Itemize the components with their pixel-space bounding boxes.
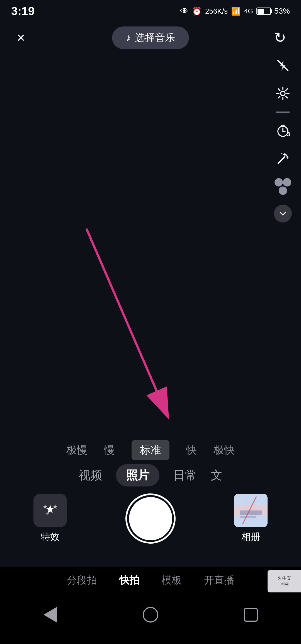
speed-item-very-slow[interactable]: 极慢	[66, 443, 88, 457]
tab-template[interactable]: 模板	[162, 573, 182, 587]
nav-home-button[interactable]	[139, 604, 162, 626]
effects-button[interactable]: 特效	[0, 494, 100, 543]
music-select-button[interactable]: ♪ 选择音乐	[112, 26, 189, 49]
divider	[276, 112, 290, 113]
svg-rect-15	[240, 516, 256, 518]
back-icon	[43, 607, 57, 623]
eye-icon: 👁	[180, 6, 189, 16]
flash-icon[interactable]	[273, 56, 293, 75]
timer-icon[interactable]: 3	[273, 121, 293, 141]
speed-item-normal[interactable]: 标准	[132, 440, 169, 460]
svg-line-10	[86, 229, 167, 415]
mode-selector: 视频 照片 日常 文	[0, 464, 301, 486]
refresh-button[interactable]: ↻	[270, 28, 290, 47]
battery-icon	[256, 8, 271, 15]
arrow-overlay	[0, 0, 301, 644]
close-button[interactable]: ×	[11, 28, 31, 47]
speed-selector: 极慢 慢 标准 快 极快	[0, 440, 301, 460]
music-icon: ♪	[126, 32, 131, 43]
svg-rect-14	[240, 510, 262, 515]
speed-item-very-fast[interactable]: 极快	[213, 443, 235, 457]
magic-wand-icon[interactable]	[273, 149, 293, 168]
top-toolbar: × ♪ 选择音乐 ↻	[0, 22, 301, 53]
album-button[interactable]: 相册	[201, 494, 301, 543]
bottom-tab-bar: 分段拍 快拍 模板 开直播	[0, 567, 301, 594]
shutter-button[interactable]	[100, 493, 201, 544]
effects-icon	[33, 494, 67, 527]
chevron-down-button[interactable]	[274, 205, 292, 222]
nav-back-button[interactable]	[39, 604, 61, 626]
battery-percent: 53%	[274, 7, 290, 16]
svg-line-6	[278, 157, 285, 163]
settings-icon[interactable]	[273, 84, 293, 103]
timer-sub-label: 3	[287, 131, 290, 138]
nav-recent-button[interactable]	[240, 604, 262, 626]
watermark-line2: 卓网	[280, 581, 289, 587]
album-label: 相册	[241, 531, 260, 543]
status-time: 3:19	[11, 4, 35, 18]
tab-quick[interactable]: 快拍	[119, 573, 139, 587]
watermark-line1: 火牛安	[278, 575, 291, 581]
tab-live[interactable]: 开直播	[204, 573, 234, 587]
mode-video[interactable]: 视频	[79, 468, 102, 483]
camera-controls: 特效 相册	[0, 493, 301, 544]
alarm-icon: ⏰	[192, 7, 202, 16]
tab-segment[interactable]: 分段拍	[67, 573, 97, 587]
svg-point-1	[281, 91, 285, 96]
music-label: 选择音乐	[135, 31, 175, 45]
refresh-icon: ↻	[274, 29, 286, 46]
album-thumb-image	[234, 494, 268, 527]
colors-icon[interactable]	[273, 177, 293, 196]
cellular-icon: 4G	[244, 7, 253, 15]
home-icon	[143, 607, 158, 623]
album-thumbnail	[234, 494, 268, 527]
right-sidebar: 3	[273, 56, 293, 222]
watermark: 火牛安 卓网	[268, 570, 301, 592]
mode-text[interactable]: 文	[211, 468, 222, 483]
nav-bar	[0, 594, 301, 644]
mode-daily[interactable]: 日常	[173, 468, 197, 483]
recent-icon	[244, 608, 258, 622]
effects-label: 特效	[41, 531, 60, 543]
shutter-outer	[125, 493, 176, 544]
mode-photo[interactable]: 照片	[116, 464, 159, 486]
wifi-icon: 📶	[231, 7, 241, 16]
speed-item-fast[interactable]: 快	[186, 443, 197, 457]
status-bar: 3:19 👁 ⏰ 256K/s 📶 4G 53%	[0, 0, 301, 22]
status-icons: 👁 ⏰ 256K/s 📶 4G 53%	[180, 6, 290, 16]
shutter-inner	[129, 497, 172, 540]
speed-item-slow[interactable]: 慢	[104, 443, 115, 457]
signal-icons: 256K/s	[205, 7, 228, 16]
